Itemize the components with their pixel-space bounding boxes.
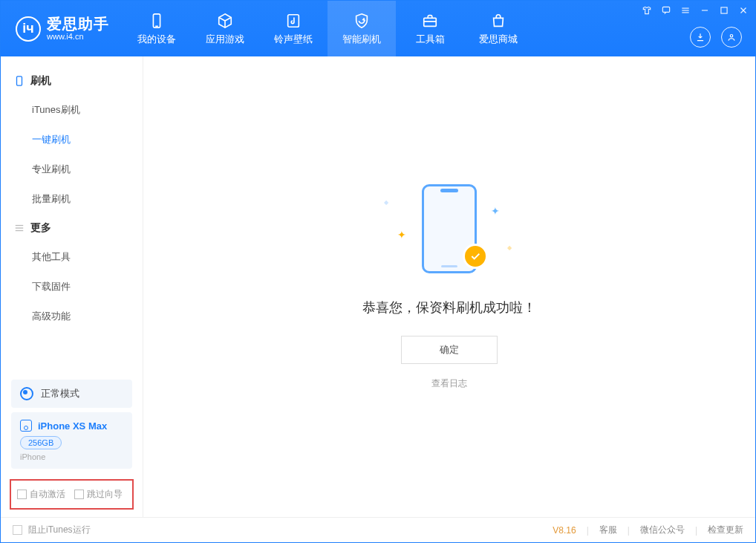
minimize-button[interactable]	[696, 2, 714, 19]
window-controls	[638, 2, 752, 19]
device-mode-status[interactable]: 正常模式	[11, 380, 132, 408]
footer-link-wechat[interactable]: 微信公众号	[640, 524, 685, 536]
nav-label: 爱思商城	[479, 33, 518, 46]
footer: 阻止iTunes运行 V8.16 | 客服 | 微信公众号 | 检查更新	[1, 517, 755, 542]
nav-ringtones[interactable]: 铃声壁纸	[259, 1, 328, 56]
svg-rect-9	[721, 7, 727, 13]
footer-link-update[interactable]: 检查更新	[708, 524, 743, 536]
logo-text: 爱思助手 www.i4.cn	[47, 16, 109, 41]
success-message: 恭喜您，保资料刷机成功啦！	[362, 299, 536, 316]
body: 刷机 iTunes刷机 一键刷机 专业刷机 批量刷机 更多 其他工具 下载固件 …	[1, 56, 755, 517]
checkbox-icon	[74, 490, 84, 499]
svg-rect-2	[288, 14, 299, 27]
success-illustration: ◆ ✦ ✦ ◆	[375, 184, 524, 281]
header-actions	[690, 27, 742, 48]
app-subtitle: www.i4.cn	[47, 32, 109, 41]
music-icon	[284, 12, 302, 30]
device-phone-icon	[20, 420, 32, 432]
app-window: iч 爱思助手 www.i4.cn 我的设备 应用游戏 铃声壁纸 智能刷机	[0, 0, 756, 543]
sidebar: 刷机 iTunes刷机 一键刷机 专业刷机 批量刷机 更多 其他工具 下载固件 …	[1, 56, 143, 517]
sidebar-item-other-tools[interactable]: 其他工具	[1, 242, 143, 272]
nav-apps[interactable]: 应用游戏	[191, 1, 259, 56]
footer-left: 阻止iTunes运行	[13, 524, 91, 536]
close-button[interactable]	[734, 2, 752, 19]
nav-flash[interactable]: 智能刷机	[328, 1, 396, 56]
nav-label: 我的设备	[137, 33, 176, 46]
feedback-icon[interactable]	[657, 2, 675, 19]
device-type: iPhone	[20, 452, 123, 461]
cube-icon	[216, 12, 234, 30]
header: iч 爱思助手 www.i4.cn 我的设备 应用游戏 铃声壁纸 智能刷机	[1, 1, 755, 56]
app-title: 爱思助手	[47, 16, 109, 32]
nav-my-device[interactable]: 我的设备	[123, 1, 191, 56]
nav-store[interactable]: 爱思商城	[464, 1, 532, 56]
footer-link-service[interactable]: 客服	[599, 524, 617, 536]
mode-icon	[20, 387, 33, 400]
nav-toolbox[interactable]: 工具箱	[396, 1, 464, 56]
toolbox-icon	[421, 12, 439, 30]
device-icon	[14, 76, 25, 86]
checkbox-icon	[17, 490, 27, 499]
flash-options-highlight: 自动激活 跳过向导	[10, 479, 134, 510]
logo-icon: iч	[16, 16, 41, 42]
view-log-link[interactable]: 查看日志	[431, 377, 467, 390]
svg-rect-3	[424, 18, 437, 26]
download-icon[interactable]	[690, 27, 711, 48]
spark-icon: ◆	[507, 244, 512, 251]
spark-icon: ✦	[397, 229, 406, 241]
spark-icon: ◆	[384, 199, 388, 206]
check-badge-icon	[463, 244, 488, 269]
sidebar-group-more: 更多	[1, 214, 143, 242]
checkbox-auto-activate[interactable]: 自动激活	[17, 488, 65, 501]
refresh-shield-icon	[353, 12, 371, 30]
group-title: 更多	[30, 221, 51, 235]
bag-icon	[489, 12, 507, 30]
device-name-row: iPhone XS Max	[20, 420, 123, 432]
maximize-button[interactable]	[715, 2, 733, 19]
sidebar-item-batch-flash[interactable]: 批量刷机	[1, 184, 143, 214]
sidebar-item-pro-flash[interactable]: 专业刷机	[1, 155, 143, 184]
nav-label: 铃声壁纸	[274, 33, 313, 46]
main-nav: 我的设备 应用游戏 铃声壁纸 智能刷机 工具箱 爱思商城	[123, 1, 532, 56]
device-storage-badge: 256GB	[20, 436, 62, 449]
skin-icon[interactable]	[638, 2, 656, 19]
checkbox-skip-guide[interactable]: 跳过向导	[74, 488, 123, 501]
sidebar-item-itunes-flash[interactable]: iTunes刷机	[1, 95, 143, 125]
nav-label: 应用游戏	[206, 33, 244, 46]
device-name: iPhone XS Max	[38, 420, 107, 432]
sidebar-item-oneclick-flash[interactable]: 一键刷机	[1, 125, 143, 155]
main-content: ◆ ✦ ✦ ◆ 恭喜您，保资料刷机成功啦！ 确定 查看日志	[143, 56, 755, 517]
svg-rect-0	[153, 13, 160, 27]
nav-label: 智能刷机	[342, 33, 381, 46]
group-title: 刷机	[30, 74, 51, 88]
user-icon[interactable]	[721, 27, 742, 48]
device-card[interactable]: iPhone XS Max 256GB iPhone	[11, 412, 132, 469]
sidebar-item-advanced[interactable]: 高级功能	[1, 302, 143, 331]
ok-button[interactable]: 确定	[401, 336, 498, 364]
sidebar-item-download-firmware[interactable]: 下载固件	[1, 272, 143, 302]
svg-point-12	[730, 35, 733, 38]
spark-icon: ✦	[491, 205, 500, 217]
phone-icon	[148, 12, 166, 30]
svg-rect-13	[17, 77, 22, 85]
logo: iч 爱思助手 www.i4.cn	[1, 1, 123, 56]
nav-label: 工具箱	[416, 33, 445, 46]
menu-icon[interactable]	[677, 2, 694, 19]
checkbox-icon	[13, 525, 22, 535]
version-label: V8.16	[553, 525, 576, 536]
footer-right: V8.16 | 客服 | 微信公众号 | 检查更新	[553, 524, 743, 536]
status-label: 正常模式	[41, 387, 79, 400]
sidebar-group-flash: 刷机	[1, 67, 143, 95]
svg-rect-4	[662, 7, 669, 12]
list-icon	[14, 223, 25, 233]
checkbox-block-itunes[interactable]: 阻止iTunes运行	[13, 524, 91, 536]
